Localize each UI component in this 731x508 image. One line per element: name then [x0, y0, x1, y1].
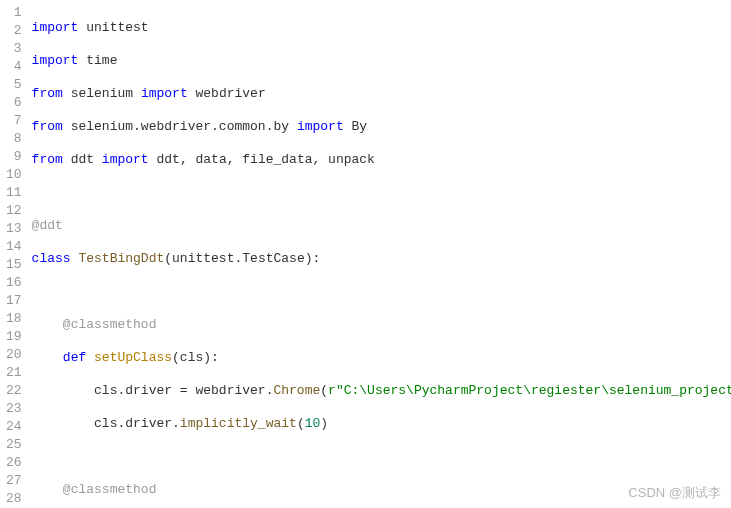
line-number: 13 [6, 220, 22, 238]
line-number: 4 [6, 58, 22, 76]
code-line[interactable] [32, 448, 731, 466]
line-number: 7 [6, 112, 22, 130]
line-number: 20 [6, 346, 22, 364]
line-number: 25 [6, 436, 22, 454]
line-number: 14 [6, 238, 22, 256]
line-number: 21 [6, 364, 22, 382]
line-number: 8 [6, 130, 22, 148]
line-number: 27 [6, 472, 22, 490]
line-number: 22 [6, 382, 22, 400]
line-number: 26 [6, 454, 22, 472]
code-line[interactable]: import unittest [32, 19, 731, 37]
code-line[interactable]: @classmethod [32, 481, 731, 499]
code-line[interactable]: from selenium.webdriver.common.by import… [32, 118, 731, 136]
line-number: 17 [6, 292, 22, 310]
code-line[interactable]: import time [32, 52, 731, 70]
line-number: 24 [6, 418, 22, 436]
line-number: 9 [6, 148, 22, 166]
code-line[interactable]: class TestBingDdt(unittest.TestCase): [32, 250, 731, 268]
code-editor[interactable]: import unittest import time from seleniu… [32, 0, 731, 508]
line-number: 16 [6, 274, 22, 292]
code-line[interactable]: @classmethod [32, 316, 731, 334]
line-number: 15 [6, 256, 22, 274]
line-number: 23 [6, 400, 22, 418]
code-line[interactable]: from selenium import webdriver [32, 85, 731, 103]
code-line[interactable]: def setUpClass(cls): [32, 349, 731, 367]
code-line[interactable]: cls.driver.implicitly_wait(10) [32, 415, 731, 433]
line-number: 10 [6, 166, 22, 184]
code-line[interactable]: @ddt [32, 217, 731, 235]
line-number: 3 [6, 40, 22, 58]
code-line[interactable] [32, 184, 731, 202]
code-line[interactable]: from ddt import ddt, data, file_data, un… [32, 151, 731, 169]
code-line[interactable] [32, 283, 731, 301]
line-number: 12 [6, 202, 22, 220]
line-number: 6 [6, 94, 22, 112]
line-number: 19 [6, 328, 22, 346]
line-number: 2 [6, 22, 22, 40]
line-number: 28 [6, 490, 22, 508]
line-number-gutter: 1 2 3 4 5 6 7 8 9 10 11 12 13 14 15 16 1… [0, 0, 32, 508]
code-line[interactable]: cls.driver = webdriver.Chrome(r"C:\Users… [32, 382, 731, 400]
line-number: 18 [6, 310, 22, 328]
line-number: 5 [6, 76, 22, 94]
line-number: 1 [6, 4, 22, 22]
line-number: 11 [6, 184, 22, 202]
